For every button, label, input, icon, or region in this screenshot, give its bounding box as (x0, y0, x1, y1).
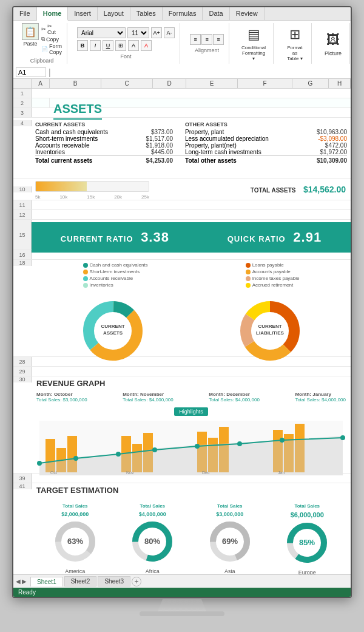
paste-button[interactable]: 📋 Paste (22, 23, 39, 47)
progress-bar-fill (36, 182, 87, 191)
font-name-select[interactable]: Arial (77, 27, 126, 38)
ca-item-4-value: $445.00 (136, 149, 173, 156)
decrease-font-btn[interactable]: A- (164, 27, 175, 38)
prev-sheet-btn[interactable]: ◀ (16, 578, 21, 585)
align-right-btn[interactable]: ≡ (213, 34, 224, 45)
tab-tables[interactable]: Tables (130, 7, 163, 20)
oa-item-2-label: Less accumulated depreciation (173, 135, 305, 142)
formula-input[interactable] (53, 69, 348, 76)
form-copy-label: Form Copy (49, 43, 62, 55)
copy-icon: ⧉ (41, 36, 45, 42)
progress-label-25k: 25k (141, 194, 149, 200)
ca-item-1-value: $373.00 (136, 129, 173, 135)
row-12: 12 (13, 210, 351, 220)
tab-review[interactable]: Review (230, 7, 265, 20)
bold-btn[interactable]: B (77, 40, 88, 51)
tab-file[interactable]: File (13, 7, 37, 20)
ca-item-2-label: Short-term investments (35, 135, 136, 142)
ratio-cell: CURRENT RATIO 3.38 QUICK RATIO 2.91 (32, 220, 351, 250)
row-15: 15 CURRENT RATIO 3.38 QUICK RATIO 2.91 (13, 220, 351, 250)
ca-item-4-label: Inventories (35, 149, 136, 156)
row-num-41: 41 (13, 483, 32, 489)
current-ratio-value: 3.38 (141, 229, 169, 245)
ca-item-2-value: $1,517.00 (136, 135, 173, 142)
align-center-btn[interactable]: ≡ (201, 34, 212, 45)
america-donut: 63% (53, 520, 97, 563)
row-3-content (32, 108, 351, 117)
add-sheet-button[interactable]: + (132, 577, 141, 586)
picture-btn[interactable]: 🖼 Picture (322, 30, 345, 58)
europe-donut: 85% (285, 521, 329, 565)
paste-label: Paste (23, 41, 37, 47)
cut-button[interactable]: ✂ ✂ Cut (41, 23, 62, 35)
africa-donut: 80% (130, 520, 174, 563)
sheet-tab-1[interactable]: Sheet1 (30, 577, 63, 586)
oa-total-value: $10,309.00 (305, 156, 347, 165)
tab-insert[interactable]: Insert (68, 7, 98, 20)
conditional-formatting-btn[interactable]: ▤ ConditionalFormatting ▾ (239, 24, 268, 63)
conditional-formatting-label: ConditionalFormatting ▾ (241, 45, 266, 61)
row-num-12: 12 (13, 210, 32, 219)
ribbon-content: 📋 Paste ✂ ✂ Cut ⧉ Copy 📄 (13, 21, 351, 66)
font-section: Arial 11 A+ A- B I U ⊞ A A (77, 27, 175, 51)
sheet-tab-3[interactable]: Sheet3 (98, 576, 130, 586)
picture-icon: 🖼 (324, 31, 342, 49)
current-ratio-label: CURRENT RATIO 3.38 (61, 229, 169, 245)
copy-button[interactable]: ⧉ Copy (41, 36, 62, 42)
col-header-h: H (329, 79, 351, 88)
fill-color-btn[interactable]: A (128, 40, 139, 51)
row-num-2: 2 (13, 98, 32, 107)
formula-divider: | (49, 67, 51, 77)
assets-title-cell: ASSETS (50, 98, 351, 107)
row-num-18: 18 (13, 260, 32, 266)
target-title: TARGET ESTIMATION (36, 486, 346, 495)
line-dot (116, 452, 121, 457)
col-header-e: E (186, 79, 238, 88)
corner-cell (13, 79, 32, 88)
asia-donut: 69% (208, 520, 252, 563)
next-sheet-btn[interactable]: ▶ (22, 578, 27, 585)
row-1-content (32, 89, 351, 98)
total-assets-value: $14,562.00 (303, 185, 346, 194)
row-39: 39 (13, 474, 351, 483)
asia-region: Asia (224, 568, 235, 574)
underline-btn[interactable]: U (103, 40, 113, 51)
target-america: Total Sales $2,000,000 63% America (53, 503, 97, 574)
italic-btn[interactable]: I (90, 40, 101, 51)
donut-label-liabilities: CURRENT (258, 324, 281, 329)
row-16: 16 (13, 250, 351, 260)
tab-formulas[interactable]: Formulas (163, 7, 203, 20)
svg-text:69%: 69% (222, 537, 238, 546)
copy-label: Copy (46, 36, 59, 42)
asia-sales-value: $3,000,000 (216, 511, 243, 517)
format-table-icon: ⊞ (286, 25, 304, 44)
form-copy-button[interactable]: 📄 Form Copy (41, 43, 62, 55)
row-num-3: 3 (13, 108, 32, 117)
col-header-a: A (32, 79, 50, 88)
font-size-select[interactable]: 11 (127, 27, 149, 38)
row-3: 3 (13, 108, 351, 118)
increase-font-btn[interactable]: A+ (151, 27, 162, 38)
progress-label-20k: 20k (114, 194, 122, 200)
col-header-g: G (292, 79, 329, 88)
tab-data[interactable]: Data (203, 7, 229, 20)
font-color-btn[interactable]: A (141, 40, 152, 51)
africa-region: Africa (146, 568, 160, 574)
format-as-table-btn[interactable]: ⊞ Format asTable ▾ (283, 24, 306, 63)
total-assets-cell: TOTAL ASSETS $14,562.00 (153, 184, 351, 195)
line-dot (152, 447, 157, 452)
quick-ratio-label: QUICK RATIO 2.91 (228, 229, 322, 245)
cell-reference-input[interactable] (16, 67, 46, 77)
col-header-b: B (50, 79, 101, 88)
font-group: Arial 11 A+ A- B I U ⊞ A A (72, 23, 180, 64)
paste-icon: 📋 (22, 23, 39, 40)
row-30: 30 REVENUE GRAPH Month: OctoberTotal Sal… (13, 376, 351, 474)
border-btn[interactable]: ⊞ (115, 40, 126, 51)
picture-label: Picture (325, 50, 342, 56)
formula-bar: | (13, 66, 351, 79)
align-left-btn[interactable]: ≡ (190, 34, 201, 45)
sheet-tab-2[interactable]: Sheet2 (64, 576, 97, 586)
tab-layout[interactable]: Layout (98, 7, 130, 20)
tab-home[interactable]: Home (37, 7, 69, 21)
row-28: 28 (13, 357, 351, 367)
